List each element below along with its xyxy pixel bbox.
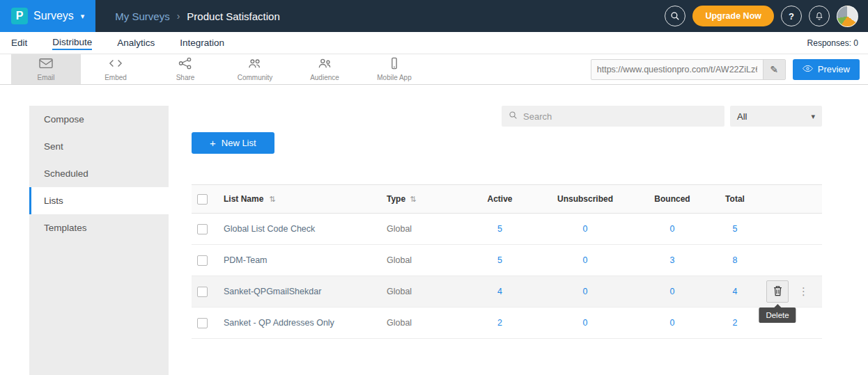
- select-all-checkbox[interactable]: [197, 194, 208, 205]
- row-checkbox[interactable]: [197, 255, 208, 266]
- help-icon[interactable]: ?: [781, 6, 802, 26]
- plus-icon: +: [210, 137, 216, 149]
- unsubscribed-count-link[interactable]: 0: [583, 287, 588, 296]
- lists-filter-dropdown[interactable]: All ▾: [730, 106, 822, 127]
- surveys-product-switcher[interactable]: P Surveys ▾: [0, 0, 95, 32]
- chevron-down-icon: ▾: [81, 12, 85, 21]
- row-more-menu-icon[interactable]: ⋮: [798, 285, 809, 298]
- sidebar-item-compose[interactable]: Compose: [29, 106, 169, 133]
- list-type: Global: [387, 255, 412, 265]
- new-list-button-label: New List: [222, 138, 256, 148]
- channel-audience-label: Audience: [310, 74, 339, 81]
- channel-email[interactable]: Email: [11, 54, 81, 84]
- bounced-count-link[interactable]: 0: [670, 287, 675, 296]
- new-list-button[interactable]: + New List: [192, 132, 274, 154]
- column-header-total: Total: [711, 194, 759, 204]
- active-count-link[interactable]: 4: [497, 287, 502, 296]
- list-name-link[interactable]: Global List Code Check: [224, 224, 315, 234]
- list-type: Global: [387, 287, 412, 296]
- upgrade-now-button[interactable]: Upgrade Now: [692, 6, 774, 26]
- survey-url-box: ✎: [591, 59, 786, 80]
- top-bar: P Surveys ▾ My Surveys › Product Satisfa…: [0, 0, 868, 32]
- lists-filter-value: All: [737, 111, 747, 122]
- unsubscribed-count-link[interactable]: 0: [583, 255, 588, 265]
- unsubscribed-count-link[interactable]: 0: [583, 318, 588, 328]
- tab-distribute[interactable]: Distribute: [52, 35, 92, 50]
- user-avatar[interactable]: [837, 6, 858, 27]
- delete-list-button[interactable]: [766, 280, 789, 303]
- channel-share[interactable]: Share: [150, 54, 220, 84]
- table-row: Sanket - QP Addresses Only Global 2 0 0 …: [192, 308, 822, 339]
- lists-search-input[interactable]: [523, 111, 718, 122]
- lists-search-box: [502, 106, 724, 127]
- total-count-link[interactable]: 4: [733, 287, 738, 296]
- active-count-link[interactable]: 5: [497, 255, 502, 265]
- channel-email-label: Email: [37, 74, 54, 81]
- sidebar-item-sent[interactable]: Sent: [29, 133, 169, 160]
- channel-mobile-app-label: Mobile App: [377, 74, 411, 81]
- column-header-bounced: Bounced: [634, 194, 711, 204]
- search-icon: [509, 110, 518, 122]
- table-row: Global List Code Check Global 5 0 0 5: [192, 214, 822, 245]
- row-checkbox[interactable]: [197, 287, 208, 297]
- edit-url-pencil-icon[interactable]: ✎: [763, 60, 785, 79]
- column-header-active: Active: [463, 194, 536, 204]
- tab-integration[interactable]: Integration: [180, 36, 224, 49]
- active-count-link[interactable]: 2: [497, 318, 502, 328]
- list-name-link[interactable]: Sanket - QP Addresses Only: [224, 318, 334, 328]
- total-count-link[interactable]: 5: [733, 224, 738, 234]
- delete-tooltip: Delete: [759, 308, 796, 323]
- channel-audience[interactable]: Audience: [290, 54, 359, 84]
- responses-count: Responses: 0: [807, 38, 858, 48]
- row-checkbox[interactable]: [197, 224, 208, 234]
- column-header-type: Type: [387, 194, 405, 204]
- breadcrumb: My Surveys › Product Satisfaction: [115, 10, 279, 22]
- unsubscribed-count-link[interactable]: 0: [583, 224, 588, 234]
- topbar-actions: Upgrade Now ?: [665, 6, 858, 27]
- tab-edit[interactable]: Edit: [11, 36, 27, 49]
- channel-embed-label: Embed: [104, 74, 127, 81]
- channel-mobile-app[interactable]: Mobile App: [359, 54, 429, 84]
- bounced-count-link[interactable]: 3: [670, 255, 675, 265]
- notifications-bell-icon[interactable]: [809, 6, 830, 26]
- preview-button[interactable]: Preview: [793, 59, 860, 80]
- total-count-link[interactable]: 2: [733, 318, 738, 328]
- sort-icon[interactable]: ⇅: [410, 195, 416, 204]
- audience-people-icon: [317, 57, 332, 72]
- active-count-link[interactable]: 5: [497, 224, 502, 234]
- product-name: Surveys: [33, 10, 74, 22]
- list-name-link[interactable]: PDM-Team: [224, 255, 268, 265]
- channel-community[interactable]: Community: [220, 54, 290, 84]
- list-name-link[interactable]: Sanket-QPGmailShekdar: [224, 287, 321, 296]
- questionpro-logo: P: [11, 8, 28, 24]
- sort-icon[interactable]: ⇅: [269, 195, 275, 204]
- bounced-count-link[interactable]: 0: [670, 224, 675, 234]
- distribute-channels-toolbar: Email Embed Share Community Audience Mob…: [0, 54, 868, 85]
- bounced-count-link[interactable]: 0: [670, 318, 675, 328]
- total-count-link[interactable]: 8: [733, 255, 738, 265]
- email-sidebar: Compose Sent Scheduled Lists Templates: [29, 106, 169, 375]
- lists-panel: All ▾ + New List List Name ⇅ Type ⇅ Acti…: [169, 85, 868, 375]
- breadcrumb-my-surveys[interactable]: My Surveys: [115, 10, 169, 22]
- chevron-down-icon: ▾: [811, 112, 815, 121]
- channel-community-label: Community: [238, 74, 273, 81]
- survey-url-input[interactable]: [591, 60, 763, 79]
- channel-embed[interactable]: Embed: [81, 54, 150, 84]
- list-type: Global: [387, 318, 412, 328]
- preview-button-label: Preview: [818, 64, 850, 74]
- list-type: Global: [387, 224, 412, 234]
- breadcrumb-separator-icon: ›: [177, 10, 180, 22]
- community-people-icon: [247, 57, 263, 72]
- mobile-phone-icon: [387, 57, 402, 72]
- sidebar-item-lists[interactable]: Lists: [29, 187, 169, 214]
- lists-filter-row: All ▾: [192, 106, 822, 127]
- embed-code-icon: [108, 57, 123, 72]
- lists-table: List Name ⇅ Type ⇅ Active Unsubscribed B…: [192, 184, 822, 339]
- sidebar-item-scheduled[interactable]: Scheduled: [29, 160, 169, 187]
- share-icon: [178, 57, 193, 72]
- search-icon[interactable]: [665, 6, 685, 26]
- column-header-unsubscribed: Unsubscribed: [536, 194, 634, 204]
- sidebar-item-templates[interactable]: Templates: [29, 214, 169, 241]
- row-checkbox[interactable]: [197, 318, 208, 328]
- tab-analytics[interactable]: Analytics: [117, 36, 155, 49]
